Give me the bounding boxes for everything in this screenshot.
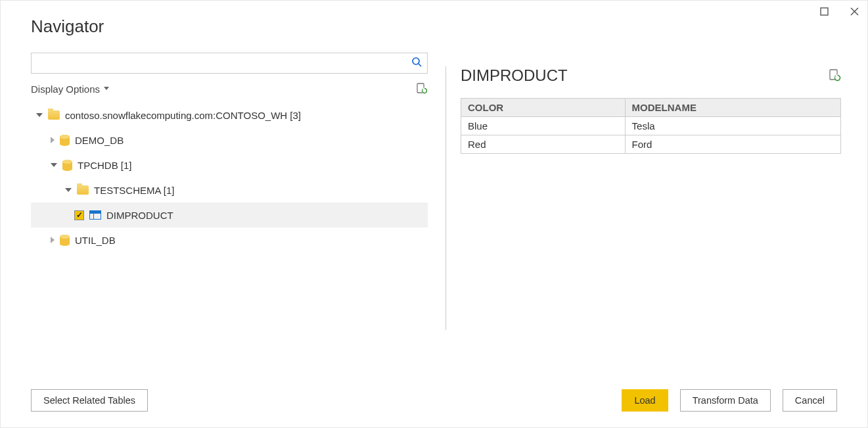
close-icon[interactable] [849,6,859,16]
tree-node-label: contoso.snowflakecomputing.com:CONTOSO_W… [65,110,301,121]
column-header[interactable]: COLOR [461,99,626,117]
chevron-down-icon [104,87,109,90]
tree-node-label: DIMPRODUCT [106,210,173,221]
display-options-dropdown[interactable]: Display Options [31,83,109,95]
refresh-tree-button[interactable] [416,83,428,95]
tree-node-dimproduct[interactable]: ✓ DIMPRODUCT [31,202,428,227]
panel-divider [445,66,446,330]
right-panel: DIMPRODUCT COLOR MODELNAME [461,1,867,389]
table-header-row: COLOR MODELNAME [461,99,841,117]
left-panel: Navigator Display Options [1,1,431,389]
table-cell: Tesla [625,117,840,135]
column-header[interactable]: MODELNAME [625,99,840,117]
tree-node-root[interactable]: contoso.snowflakecomputing.com:CONTOSO_W… [31,103,428,128]
preview-title: DIMPRODUCT [461,66,568,85]
preview-table: COLOR MODELNAME Blue Tesla Red Ford [461,98,841,154]
search-button[interactable] [405,53,428,74]
select-related-tables-button[interactable]: Select Related Tables [31,389,148,412]
expand-icon[interactable] [51,137,55,143]
svg-rect-0 [821,8,828,15]
folder-icon [48,110,60,120]
window-controls [819,6,859,16]
tree-node-label: TESTSCHEMA [1] [94,185,175,196]
search-row [31,53,428,74]
table-cell: Red [461,135,626,154]
collapse-icon[interactable] [36,113,43,117]
tree-node-demo-db[interactable]: DEMO_DB [31,128,428,153]
footer-right-buttons: Load Transform Data Cancel [622,389,837,412]
svg-line-4 [419,64,421,66]
checkbox-checked-icon[interactable]: ✓ [74,210,84,220]
database-icon [60,235,70,246]
folder-icon [77,185,89,195]
dialog-footer: Select Related Tables Load Transform Dat… [1,389,867,427]
svg-point-3 [413,58,419,64]
database-icon [60,135,70,146]
transform-data-button[interactable]: Transform Data [680,389,771,412]
cancel-button[interactable]: Cancel [783,389,837,412]
database-icon [62,160,72,171]
display-options-row: Display Options [31,83,428,95]
tree-node-testschema[interactable]: TESTSCHEMA [1] [31,178,428,202]
refresh-preview-button[interactable] [828,69,841,82]
search-input[interactable] [31,53,405,74]
tree-node-label: TPCHDB [1] [78,160,132,171]
navigation-tree: contoso.snowflakecomputing.com:CONTOSO_W… [31,103,428,252]
search-icon [411,57,422,70]
tree-node-label: UTIL_DB [75,235,116,246]
content-area: Navigator Display Options [1,1,867,389]
table-row: Red Ford [461,135,841,154]
tree-node-tpchdb[interactable]: TPCHDB [1] [31,153,428,178]
navigator-dialog: Navigator Display Options [0,0,868,428]
table-row: Blue Tesla [461,117,841,135]
preview-header: DIMPRODUCT [461,66,841,85]
display-options-label: Display Options [31,83,100,95]
tree-node-label: DEMO_DB [75,135,124,146]
collapse-icon[interactable] [65,188,72,192]
maximize-icon[interactable] [819,6,829,16]
load-button[interactable]: Load [622,389,668,412]
table-cell: Blue [461,117,626,135]
table-cell: Ford [625,135,840,154]
tree-node-util-db[interactable]: UTIL_DB [31,227,428,252]
expand-icon[interactable] [51,237,55,243]
collapse-icon[interactable] [51,163,57,167]
dialog-title: Navigator [31,16,431,37]
table-icon [89,210,101,220]
